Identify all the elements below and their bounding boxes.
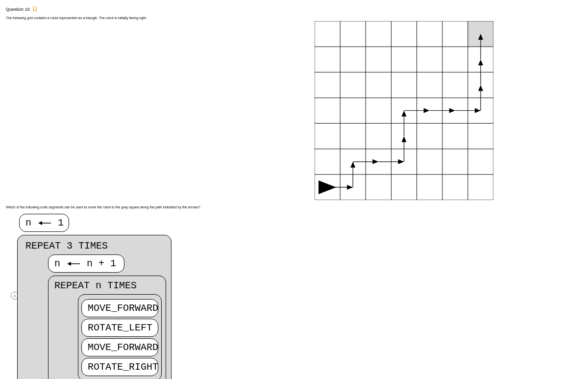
svg-marker-28 (401, 111, 406, 117)
assign-statement-inner: n n + 1 (48, 254, 124, 273)
assign-arrow-icon (38, 217, 51, 228)
svg-marker-45 (67, 262, 71, 266)
command: MOVE_FORWARD (81, 338, 158, 356)
assign-statement: n 1 (19, 214, 69, 232)
question-description-2: Which of the following code segments can… (6, 205, 200, 209)
svg-marker-22 (372, 159, 378, 164)
svg-marker-30 (424, 108, 430, 113)
code-block: n 1 REPEAT 3 TIMES n n + 1 REPEAT n TIME… (17, 214, 172, 379)
assign-rhs: n + 1 (87, 258, 116, 269)
repeat-outer-block: REPEAT 3 TIMES n n + 1 REPEAT n TIMES MO… (17, 235, 172, 379)
repeat-inner-header: REPEAT n TIMES (52, 280, 162, 294)
svg-marker-18 (347, 185, 353, 190)
bookmark-icon[interactable] (33, 6, 37, 12)
command-list: MOVE_FORWARD ROTATE_LEFT MOVE_FORWARD RO… (78, 294, 162, 379)
svg-marker-36 (478, 85, 483, 91)
svg-marker-20 (350, 162, 355, 168)
question-header: Question 19 (6, 7, 37, 13)
svg-marker-26 (401, 136, 406, 142)
assign-lhs: n (25, 217, 31, 228)
svg-marker-34 (475, 108, 481, 113)
question-number: Question 19 (6, 7, 30, 12)
assign-rhs: 1 (58, 217, 64, 228)
svg-marker-38 (478, 59, 483, 65)
question-description-1: The following grid contains a robot repr… (6, 16, 147, 20)
command: ROTATE_RIGHT (81, 358, 158, 376)
repeat-inner-block: REPEAT n TIMES MOVE_FORWARD ROTATE_LEFT … (48, 276, 166, 379)
robot-grid (315, 21, 493, 200)
svg-marker-43 (38, 221, 42, 225)
svg-marker-32 (449, 108, 455, 113)
answer-choice-label: A (13, 294, 16, 298)
svg-marker-41 (318, 180, 336, 194)
repeat-outer-header: REPEAT 3 TIMES (23, 240, 166, 254)
command: MOVE_FORWARD (81, 299, 158, 317)
assign-arrow-icon (67, 258, 80, 269)
command: ROTATE_LEFT (81, 319, 158, 337)
assign-lhs: n (54, 258, 60, 269)
svg-marker-24 (398, 159, 404, 164)
